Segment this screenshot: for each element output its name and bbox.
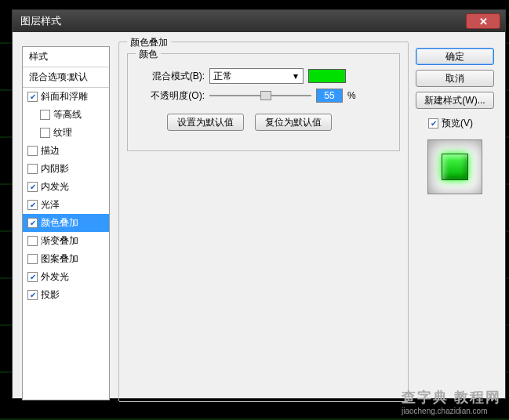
close-button[interactable]: ✕ — [466, 13, 500, 29]
color-swatch[interactable] — [308, 69, 346, 83]
style-checkbox[interactable] — [27, 290, 38, 300]
ok-button[interactable]: 确定 — [416, 48, 494, 65]
opacity-slider[interactable] — [209, 89, 311, 102]
style-label: 纹理 — [53, 126, 72, 139]
style-item-7[interactable]: 颜色叠加 — [23, 214, 109, 232]
style-label: 斜面和浮雕 — [41, 90, 88, 103]
preview-thumbnail — [427, 139, 482, 194]
opacity-input[interactable]: 55 — [316, 89, 343, 103]
action-buttons: 确定 取消 新建样式(W)... 预览(V) — [416, 48, 494, 196]
style-label: 内发光 — [41, 180, 69, 194]
styles-header[interactable]: 样式 — [23, 47, 109, 67]
styles-list: 样式 混合选项:默认 斜面和浮雕等高线纹理描边内阴影内发光光泽颜色叠加渐变叠加图… — [22, 46, 110, 400]
reset-default-button[interactable]: 复位为默认值 — [255, 114, 332, 131]
style-checkbox[interactable] — [27, 236, 38, 246]
style-label: 投影 — [41, 288, 60, 302]
style-checkbox[interactable] — [27, 164, 38, 174]
layer-style-dialog: 图层样式 ✕ 样式 混合选项:默认 斜面和浮雕等高线纹理描边内阴影内发光光泽颜色… — [12, 9, 506, 399]
blend-mode-select[interactable]: 正常 ▾ — [209, 68, 304, 84]
watermark: 查字典 教程网 jiaocheng.chazidian.com — [402, 388, 501, 415]
chevron-down-icon: ▾ — [290, 71, 301, 81]
style-label: 外发光 — [41, 270, 69, 284]
slider-thumb[interactable] — [260, 91, 271, 100]
opacity-unit: % — [347, 90, 356, 101]
color-subgroup: 颜色 混合模式(B): 正常 ▾ 不透明度(O): 55 — [127, 53, 400, 151]
dialog-body: 样式 混合选项:默认 斜面和浮雕等高线纹理描边内阴影内发光光泽颜色叠加渐变叠加图… — [13, 32, 505, 398]
blend-mode-label: 混合模式(B): — [142, 70, 205, 83]
blend-options-default[interactable]: 混合选项:默认 — [23, 67, 109, 88]
window-title: 图层样式 — [20, 14, 61, 28]
new-style-button[interactable]: 新建样式(W)... — [416, 92, 494, 109]
color-overlay-group: 颜色叠加 颜色 混合模式(B): 正常 ▾ 不透明度(O): — [118, 42, 409, 402]
style-label: 等高线 — [53, 108, 82, 121]
cancel-button[interactable]: 取消 — [416, 70, 494, 87]
style-checkbox[interactable] — [27, 218, 38, 228]
style-label: 图案叠加 — [41, 252, 78, 266]
preview-label: 预览(V) — [442, 117, 473, 130]
style-checkbox[interactable] — [27, 92, 38, 102]
style-item-6[interactable]: 光泽 — [23, 196, 109, 214]
style-item-8[interactable]: 渐变叠加 — [23, 232, 109, 250]
style-item-10[interactable]: 外发光 — [23, 268, 109, 286]
style-item-2[interactable]: 纹理 — [23, 124, 109, 142]
style-label: 光泽 — [41, 198, 60, 212]
style-item-3[interactable]: 描边 — [23, 142, 109, 160]
style-item-5[interactable]: 内发光 — [23, 178, 109, 196]
color-subgroup-title: 颜色 — [136, 48, 161, 61]
close-icon: ✕ — [479, 16, 488, 27]
style-label: 描边 — [41, 144, 60, 158]
style-checkbox[interactable] — [40, 128, 50, 138]
style-checkbox[interactable] — [27, 182, 38, 192]
style-label: 内阴影 — [41, 162, 69, 176]
style-item-9[interactable]: 图案叠加 — [23, 250, 109, 268]
style-item-4[interactable]: 内阴影 — [23, 160, 109, 178]
style-checkbox[interactable] — [27, 200, 38, 210]
style-item-11[interactable]: 投影 — [23, 286, 109, 304]
titlebar[interactable]: 图层样式 ✕ — [13, 10, 505, 32]
style-item-0[interactable]: 斜面和浮雕 — [23, 88, 109, 106]
style-label: 渐变叠加 — [41, 234, 78, 248]
preview-cube — [442, 154, 468, 180]
style-checkbox[interactable] — [27, 146, 38, 156]
opacity-label: 不透明度(O): — [142, 89, 205, 103]
style-label: 颜色叠加 — [41, 216, 78, 230]
style-checkbox[interactable] — [40, 110, 50, 120]
style-item-1[interactable]: 等高线 — [23, 106, 109, 124]
set-default-button[interactable]: 设置为默认值 — [167, 114, 244, 131]
blend-mode-value: 正常 — [213, 70, 232, 83]
style-checkbox[interactable] — [27, 254, 38, 264]
preview-checkbox[interactable] — [428, 118, 438, 129]
style-checkbox[interactable] — [27, 272, 38, 282]
